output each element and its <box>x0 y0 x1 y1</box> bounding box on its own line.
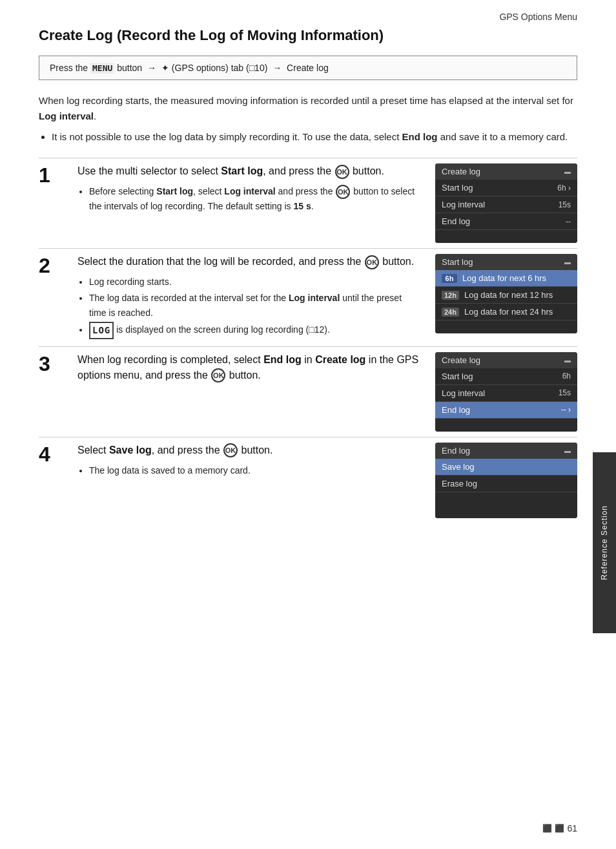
panel-2-item-12h-label: Log data for next 12 hrs <box>464 290 553 300</box>
panel-3-body: Start log 6h Log interval 15s End log --… <box>435 368 577 432</box>
panel-3-item-loginterval: Log interval 15s <box>435 385 577 402</box>
panel-3-item-endlog-label: End log <box>442 405 470 415</box>
panel-3-item-loginterval-label: Log interval <box>442 388 485 398</box>
footer-icon-1: ⬛ <box>542 824 552 833</box>
panel-4-title: End log <box>442 446 470 456</box>
side-tab-label: Reference Section <box>600 505 609 580</box>
step-1-bullet-1: Before selecting Start log, select Log i… <box>89 184 420 214</box>
badge-6h: 6h <box>442 274 457 283</box>
panel-4-item-savelog-label: Save log <box>442 462 475 472</box>
step-4-section: 4 Select Save log, and press the OK butt… <box>39 437 577 518</box>
panel-4-body: Save log Erase log <box>435 459 577 518</box>
ok-icon-2: OK <box>365 255 379 269</box>
panel-2-item-24h: 24h Log data for next 24 hrs <box>435 304 577 320</box>
signal-icon-2: ▬ <box>564 258 571 266</box>
step-4-bullet-1: The log data is saved to a memory card. <box>89 463 420 477</box>
footer-icon-2: ⬛ <box>555 824 564 833</box>
panel-1-item-startlog-value: 6h › <box>557 183 571 193</box>
header-title: GPS Options Menu <box>499 12 577 22</box>
step-1-panel: Create log ▬ Start log 6h › Log interval… <box>435 163 577 243</box>
panel-2-item-6h-label: Log data for next 6 hrs <box>462 273 546 283</box>
step-3-body: When log recording is completed, select … <box>77 352 420 388</box>
panel-1-item-endlog-label: End log <box>442 216 470 226</box>
ok-icon-1: OK <box>335 165 349 179</box>
panel-4-header: End log ▬ <box>435 443 577 459</box>
main-content: Create Log (Record the Log of Moving Inf… <box>0 27 616 562</box>
panel-3-item-loginterval-value: 15s <box>559 388 571 397</box>
step-2-bullets: Log recording starts. The log data is re… <box>89 275 420 339</box>
step-4-body: Select Save log, and press the OK button… <box>77 443 420 479</box>
panel-1-spacer <box>435 230 577 243</box>
panel-2-item-24h-label: Log data for next 24 hrs <box>464 307 553 317</box>
panel-1-item-endlog: End log -- <box>435 213 577 230</box>
step-4-title: Select Save log, and press the OK button… <box>77 443 420 458</box>
step-2-bullet-1: Log recording starts. <box>89 275 420 289</box>
signal-icon-3: ▬ <box>564 357 571 364</box>
step-4-panel: End log ▬ Save log Erase log <box>435 443 577 518</box>
signal-icon-4: ▬ <box>564 447 571 454</box>
menu-path-box: Press the MENU button → ✦ (GPS options) … <box>39 56 577 80</box>
page-number: 61 <box>567 823 577 833</box>
panel-4-spacer <box>435 492 577 505</box>
step-2-panel: Start log ▬ 6h Log data for next 6 hrs 1… <box>435 254 577 333</box>
arrow-1: → <box>147 63 156 73</box>
step-2-body: Select the duration that the log will be… <box>77 254 420 341</box>
gps-tab-icon: ✦ <box>161 63 169 73</box>
step-3-title: When log recording is completed, select … <box>77 352 420 383</box>
arrow-2: → <box>272 63 282 73</box>
log-display-icon: LOG <box>89 322 114 339</box>
panel-3-item-endlog: End log -- › <box>435 402 577 419</box>
ok-icon-3: OK <box>211 368 225 383</box>
panel-1-body: Start log 6h › Log interval 15s End log … <box>435 180 577 243</box>
step-3-panel: Create log ▬ Start log 6h Log interval 1… <box>435 352 577 432</box>
badge-24h: 24h <box>442 308 459 317</box>
intro-bullet-1: It is not possible to use the log data b… <box>52 129 577 145</box>
panel-4-item-eraselog-label: Erase log <box>442 479 477 488</box>
page-header: GPS Options Menu <box>0 0 616 27</box>
signal-icon-1: ▬ <box>564 168 571 175</box>
panel-1-header: Create log ▬ <box>435 163 577 180</box>
intro-paragraph-1: When log recording starts, the measured … <box>39 93 577 124</box>
panel-1-item-loginterval-value: 15s <box>559 200 571 209</box>
step-1-number: 1 <box>39 163 62 185</box>
panel-1-title: Create log <box>442 167 480 176</box>
step-1-body: Use the multi selector to select Start l… <box>77 163 420 216</box>
panel-3-item-startlog-value: 6h <box>562 372 571 381</box>
panel-1-item-loginterval: Log interval 15s <box>435 196 577 213</box>
step-4-number: 4 <box>39 443 62 465</box>
panel-1-item-startlog-label: Start log <box>442 183 473 193</box>
step-1-section: 1 Use the multi selector to select Start… <box>39 158 577 243</box>
ok-icon-4: OK <box>223 443 238 457</box>
step-3-section: 3 When log recording is completed, selec… <box>39 346 577 432</box>
page-title: Create Log (Record the Log of Moving Inf… <box>39 27 577 44</box>
panel-4-item-savelog: Save log <box>435 459 577 476</box>
step-2-number: 2 <box>39 254 62 276</box>
panel-3-spacer <box>435 419 577 432</box>
panel-2-body: 6h Log data for next 6 hrs 12h Log data … <box>435 270 577 333</box>
step-2-section: 2 Select the duration that the log will … <box>39 248 577 341</box>
badge-12h: 12h <box>442 291 459 300</box>
panel-3-header: Create log ▬ <box>435 352 577 368</box>
step-2-bullet-3: LOG is displayed on the screen during lo… <box>89 322 420 339</box>
panel-3-title: Create log <box>442 355 480 365</box>
menu-keyword: MENU <box>90 63 114 74</box>
panel-4-spacer2 <box>435 505 577 518</box>
panel-3-item-startlog-label: Start log <box>442 372 473 381</box>
panel-2-spacer <box>435 320 577 333</box>
panel-2-item-12h: 12h Log data for next 12 hrs <box>435 287 577 304</box>
step-1-title: Use the multi selector to select Start l… <box>77 163 420 179</box>
intro-bullet-list: It is not possible to use the log data b… <box>52 129 577 145</box>
panel-1-item-startlog: Start log 6h › <box>435 180 577 196</box>
panel-2-title: Start log <box>442 257 473 267</box>
panel-3-item-startlog: Start log 6h <box>435 368 577 385</box>
reference-section-tab: Reference Section <box>593 452 616 633</box>
panel-1-item-loginterval-label: Log interval <box>442 200 485 209</box>
step-2-bullet-2: The log data is recorded at the interval… <box>89 291 420 320</box>
step-2-title: Select the duration that the log will be… <box>77 254 420 269</box>
panel-1-item-endlog-value: -- <box>566 217 571 226</box>
page-footer: ⬛ ⬛ 61 <box>542 823 577 833</box>
step-3-number: 3 <box>39 352 62 374</box>
panel-2-item-6h: 6h Log data for next 6 hrs <box>435 270 577 287</box>
step-1-bullets: Before selecting Start log, select Log i… <box>89 184 420 214</box>
panel-2-header: Start log ▬ <box>435 254 577 270</box>
